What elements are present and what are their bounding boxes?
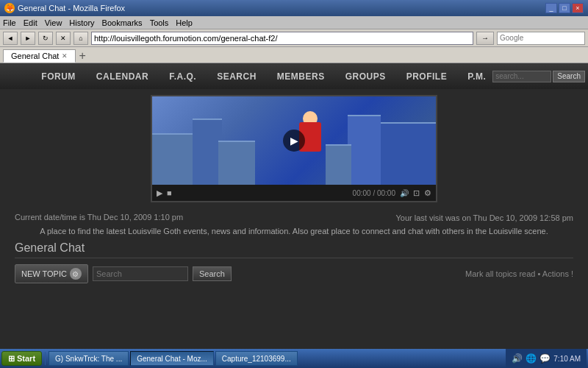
gear-icon: ⚙ [70,268,82,280]
nav-search[interactable]: SEARCH [207,66,267,88]
menu-view[interactable]: View [45,18,62,27]
tab-label: General Chat [11,52,59,60]
message-icon[interactable]: 💬 [539,353,551,364]
current-datetime: Current date/time is Thu Dec 10, 2009 1:… [15,213,183,222]
tab-close-icon[interactable]: ✕ [62,52,68,60]
taskbar-divider [45,352,46,365]
nav-forum[interactable]: FORUM [31,66,86,88]
nav-search-button[interactable]: Search [553,71,585,82]
mark-all-read-link[interactable]: Mark all topics read [465,269,535,278]
back-button[interactable]: ◄ [3,32,18,45]
taskbar: ⊞ Start G) SnkwTrck: The ... General Cha… [0,349,588,368]
content-area: Current date/time is Thu Dec 10, 2009 1:… [0,208,588,295]
volume-icon[interactable]: 🔊 [512,353,523,364]
video-stop-control[interactable]: ■ [167,188,172,197]
video-volume[interactable]: 🔊 [400,189,409,197]
forum-nav: FORUM CALENDAR F.A.Q. SEARCH MEMBERS GRO… [0,63,588,89]
video-fullscreen[interactable]: ⊡ [413,188,420,198]
home-button[interactable]: ⌂ [74,32,88,45]
topics-toolbar: NEW TOPIC ⚙ Search Mark all topics read … [15,264,573,283]
tab-bar: General Chat ✕ + [0,47,588,63]
nav-search-input[interactable] [492,71,551,82]
address-input[interactable] [91,32,473,45]
video-player: ▶ ▶ ■ 00:00 / 00:00 🔊 ⊡ ⚙ [151,95,437,202]
topic-search-button[interactable]: Search [193,266,232,281]
menu-edit[interactable]: Edit [24,18,37,27]
last-visit: Your last visit was on Thu Dec 10, 2009 … [395,213,573,222]
new-tab-button[interactable]: + [79,49,85,63]
video-play-button[interactable]: ▶ [283,130,305,152]
go-button[interactable]: → [476,32,494,45]
info-row: Current date/time is Thu Dec 10, 2009 1:… [15,213,573,223]
nav-groups[interactable]: GROUPS [335,66,396,88]
topic-search-input[interactable] [93,266,188,281]
forum-description: A place to find the latest Louisville Go… [15,226,573,237]
nav-members[interactable]: MEMBERS [267,66,335,88]
address-bar: ◄ ► ↻ ✕ ⌂ → [0,29,588,47]
system-time: 7:10 AM [553,355,581,363]
browser-content: FORUM CALENDAR F.A.Q. SEARCH MEMBERS GRO… [0,63,588,368]
video-play-control[interactable]: ▶ [157,188,162,198]
taskbar-btn-0[interactable]: G) SnkwTrck: The ... [49,351,129,366]
menu-help[interactable]: Help [176,18,193,27]
nav-profile[interactable]: PROFILE [396,66,458,88]
network-icon[interactable]: 🌐 [526,353,537,364]
new-topic-button[interactable]: NEW TOPIC ⚙ [15,264,88,283]
actions-link[interactable]: Actions ! [542,269,573,278]
taskbar-btn-2[interactable]: Capture_12103699... [215,351,298,366]
window-title: General Chat - Mozilla Firefox [18,4,125,13]
nav-calendar[interactable]: CALENDAR [86,66,159,88]
taskbar-right: 🔊 🌐 💬 7:10 AM [506,349,587,368]
menu-bar: File Edit View History Bookmarks Tools H… [0,16,588,29]
browser-search-input[interactable] [497,32,585,45]
nav-faq[interactable]: F.A.Q. [159,66,207,88]
nav-pm[interactable]: P.M. [457,66,496,88]
firefox-icon: 🦊 [4,3,15,13]
new-topic-label: NEW TOPIC [21,269,67,278]
menu-bookmarks[interactable]: Bookmarks [102,18,143,27]
video-controls: ▶ ■ 00:00 / 00:00 🔊 ⊡ ⚙ [152,185,436,201]
menu-tools[interactable]: Tools [150,18,169,27]
video-time: 00:00 / 00:00 [353,189,395,197]
start-button[interactable]: ⊞ Start [1,351,42,366]
toolbar-right: Mark all topics read • Actions ! [465,269,573,278]
title-bar: 🦊 General Chat - Mozilla Firefox _ □ × [0,0,588,16]
forward-button[interactable]: ► [21,32,35,45]
video-settings-icon[interactable]: ⚙ [424,188,431,198]
windows-logo: ⊞ [8,354,15,364]
menu-history[interactable]: History [69,18,94,27]
minimize-button[interactable]: _ [545,3,557,13]
maximize-button[interactable]: □ [559,3,570,13]
toolbar-left: NEW TOPIC ⚙ Search [15,264,232,283]
start-label: Start [17,354,35,363]
tab-general-chat[interactable]: General Chat ✕ [3,49,76,63]
close-button[interactable]: × [572,3,584,13]
video-container: ▶ ▶ ■ 00:00 / 00:00 🔊 ⊡ ⚙ [0,89,588,208]
nav-search-wrap: Search [492,71,585,82]
taskbar-btn-1[interactable]: General Chat - Moz... [130,351,214,366]
reload-button[interactable]: ↻ [38,32,53,45]
stop-button[interactable]: ✕ [56,32,71,45]
section-title: General Chat [15,241,573,258]
video-frame[interactable]: ▶ [152,96,436,185]
menu-file[interactable]: File [3,18,16,27]
